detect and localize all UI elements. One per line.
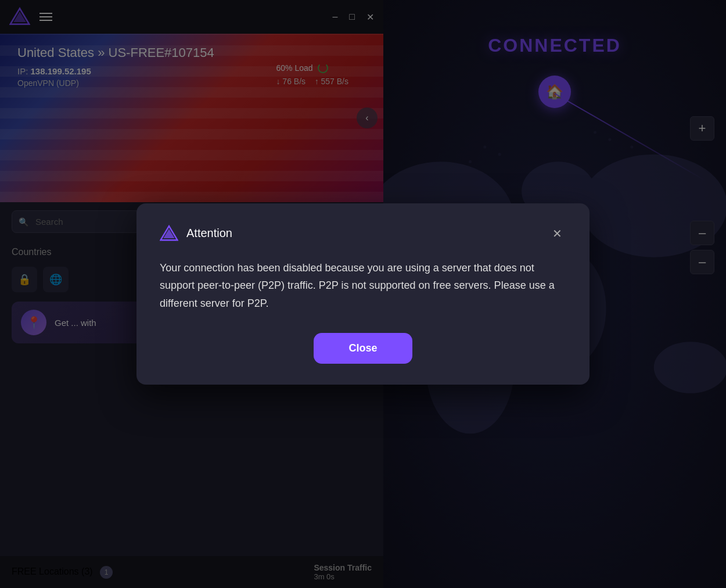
attention-modal: Attention ✕ Your connection has been dis… xyxy=(136,203,590,385)
modal-logo-icon xyxy=(160,224,178,243)
modal-overlay: Attention ✕ Your connection has been dis… xyxy=(0,0,726,588)
modal-close-button[interactable]: ✕ xyxy=(548,224,566,243)
modal-title: Attention xyxy=(186,227,540,240)
modal-body-text: Your connection has been disabled becaus… xyxy=(160,259,566,313)
modal-footer: Close xyxy=(160,333,566,364)
modal-close-action-button[interactable]: Close xyxy=(314,333,412,364)
modal-header: Attention ✕ xyxy=(160,224,566,243)
